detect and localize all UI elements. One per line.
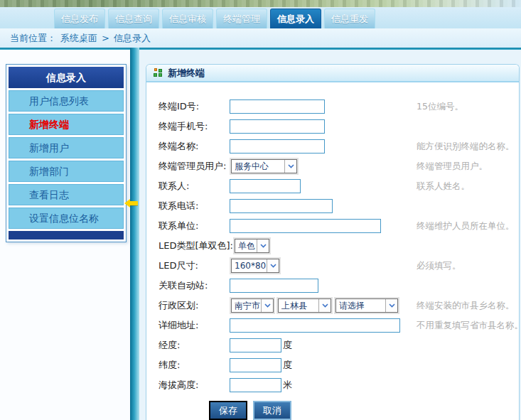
tab-terminal-manage[interactable]: 终端管理 [216,9,267,28]
terminal-phone-label: 终端手机号: [159,120,230,133]
add-terminal-panel: 新增终端 终端ID号: 15位编号。 终端手机号: 终端名称: 能方便识别终端的… [146,64,520,420]
led-type-select[interactable]: 单色 [235,239,269,253]
form-row-contact-person: 联系人: 联系人姓名。 [146,176,519,196]
address-input[interactable] [230,318,400,333]
region-city-select[interactable]: 南宁市 [231,298,274,313]
form-row-contact-phone: 联系电话: [146,196,519,216]
longitude-label: 经度: [159,339,230,352]
form-row-contact-unit: 联系单位: 终端维护人员所在单位。 [146,216,519,236]
auto-station-label: 关联自动站: [159,279,230,292]
latitude-label: 纬度: [159,359,230,372]
contact-phone-input[interactable] [230,199,333,213]
breadcrumb-separator: > [102,33,109,43]
chevron-down-icon [267,259,279,272]
panel-header: 新增终端 [146,65,519,82]
form-row-altitude: 海拔高度: 米 [146,375,519,395]
led-size-select[interactable]: 160*80 [231,259,279,273]
terminal-name-label: 终端名称: [159,140,230,153]
save-button[interactable]: 保存 [209,401,247,420]
altitude-input[interactable] [230,378,281,392]
region-town-select[interactable]: 请选择 [335,298,398,313]
grid-squares-icon [154,68,163,77]
led-type-label: LED类型[单双色]: [159,239,233,252]
contact-person-hint: 联系人姓名。 [417,181,470,193]
main-tab-bar: 信息发布 信息查询 信息审核 终端管理 信息录入 信息重发 [0,7,521,28]
sidebar-item-view-logs[interactable]: 查看日志 [9,184,124,205]
led-size-hint: 必须填写。 [417,260,461,272]
latitude-unit: 度 [283,359,292,372]
form-row-terminal-phone: 终端手机号: [146,117,519,136]
breadcrumb-current: 信息录入 [114,32,151,45]
panel-title: 新增终端 [168,67,205,80]
form-row-terminal-name: 终端名称: 能方便识别终端的名称。 [146,136,519,156]
contact-unit-hint: 终端维护人员所在单位。 [417,220,515,232]
sidebar-menu: 信息录入 用户信息列表 新增终端 新增用户 新增部门 查看日志 设置信息位名称 [6,64,127,242]
altitude-unit: 米 [283,379,292,392]
tab-info-entry[interactable]: 信息录入 [270,9,321,28]
form-row-led-size: LED尺寸: 160*80 必须填写。 [146,256,519,276]
sidebar-item-set-infoslot-name[interactable]: 设置信息位名称 [9,208,124,229]
latitude-input[interactable] [230,358,281,372]
address-hint: 不用重复填写省市县名称。 [417,320,521,332]
form-row-latitude: 纬度: 度 [146,355,519,375]
terminal-id-hint: 15位编号。 [417,101,463,113]
form-buttons: 保存 取消 [146,401,519,420]
form-row-admin-user: 终端管理员用户: 服务中心 终端管理员用户。 [146,156,519,176]
form-row-auto-station: 关联自动站: [146,276,519,296]
sidebar-item-add-user[interactable]: 新增用户 [9,137,124,158]
form-row-admin-region: 行政区划: 南宁市 上林县 请选择 终端安装的市县乡名称。 [146,296,519,316]
longitude-input[interactable] [230,338,281,352]
contact-unit-label: 联系单位: [159,220,230,232]
contact-person-input[interactable] [230,179,301,193]
form-row-terminal-id: 终端ID号: 15位编号。 [146,97,519,117]
address-label: 详细地址: [159,319,230,332]
contact-phone-label: 联系电话: [159,200,230,212]
chevron-down-icon [257,239,269,252]
admin-region-hint: 终端安装的市县乡名称。 [417,300,515,312]
admin-user-select[interactable]: 服务中心 [231,159,297,173]
breadcrumb: 当前位置： 系统桌面 > 信息录入 [0,28,521,48]
breadcrumb-home-link[interactable]: 系统桌面 [60,32,97,45]
chevron-down-icon [284,160,296,173]
add-terminal-form: 终端ID号: 15位编号。 终端手机号: 终端名称: 能方便识别终端的名称。 终… [146,82,519,420]
tab-info-query[interactable]: 信息查询 [108,9,159,28]
tab-info-audit[interactable]: 信息审核 [162,9,213,28]
terminal-phone-input[interactable] [230,119,325,134]
tab-info-resend[interactable]: 信息重发 [324,9,375,28]
terminal-name-input[interactable] [230,139,325,154]
form-row-led-type: LED类型[单双色]: 单色 [146,236,519,256]
chevron-down-icon [385,299,397,312]
auto-station-input[interactable] [230,279,318,293]
chevron-down-icon [318,299,331,312]
admin-user-label: 终端管理员用户: [159,160,230,173]
terminal-name-hint: 能方便识别终端的名称。 [417,141,515,153]
contact-unit-input[interactable] [230,219,381,233]
chevron-down-icon [261,299,273,312]
led-size-label: LED尺寸: [159,259,230,272]
terminal-id-label: 终端ID号: [159,100,230,113]
sidebar-title[interactable]: 信息录入 [9,67,124,88]
region-county-select[interactable]: 上林县 [278,298,331,313]
sidebar-footer-bar [9,231,124,239]
breadcrumb-prefix: 当前位置： [10,32,56,45]
contact-person-label: 联系人: [159,180,230,193]
admin-user-hint: 终端管理员用户。 [417,161,488,173]
longitude-unit: 度 [283,339,292,352]
cancel-button[interactable]: 取消 [253,401,291,420]
tab-info-publish[interactable]: 信息发布 [54,9,105,28]
sidebar-item-user-info-list[interactable]: 用户信息列表 [9,90,124,112]
form-row-longitude: 经度: 度 [146,335,519,355]
terminal-id-input[interactable] [230,99,325,114]
form-row-address: 详细地址: 不用重复填写省市县名称。 [146,316,519,335]
header-photo-banner [0,0,521,7]
sidebar-item-add-department[interactable]: 新增部门 [9,161,124,182]
altitude-label: 海拔高度: [159,379,230,392]
sidebar-item-add-terminal[interactable]: 新增终端 [9,114,124,135]
vertical-divider [130,48,139,420]
admin-region-label: 行政区划: [159,299,230,312]
sidebar-collapse-arrow-icon[interactable] [124,199,139,208]
